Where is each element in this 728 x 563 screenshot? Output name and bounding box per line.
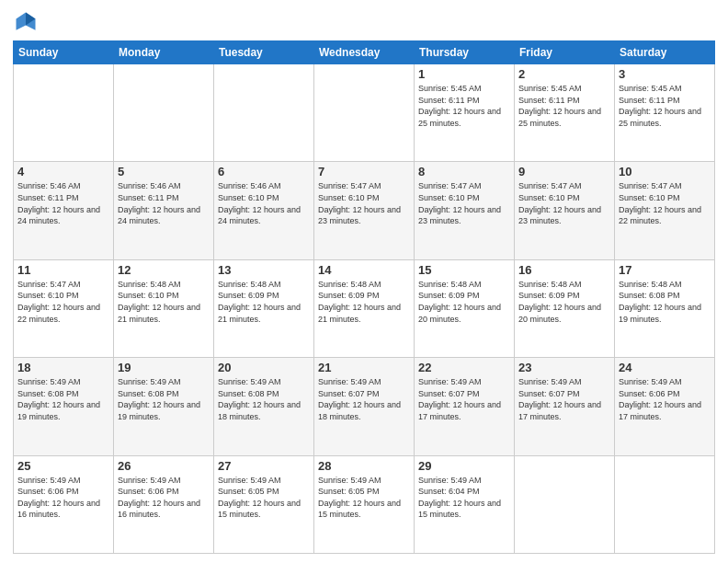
calendar-cell — [314, 64, 415, 162]
day-number: 8 — [418, 165, 510, 178]
calendar-cell: 17Sunrise: 5:48 AM Sunset: 6:08 PM Dayli… — [615, 259, 715, 357]
day-number: 5 — [118, 165, 210, 178]
day-info: Sunrise: 5:49 AM Sunset: 6:06 PM Dayligh… — [17, 475, 109, 521]
day-info: Sunrise: 5:49 AM Sunset: 6:08 PM Dayligh… — [118, 376, 210, 422]
day-info: Sunrise: 5:45 AM Sunset: 6:11 PM Dayligh… — [619, 83, 711, 129]
calendar-cell: 15Sunrise: 5:48 AM Sunset: 6:09 PM Dayli… — [415, 259, 515, 357]
day-info: Sunrise: 5:48 AM Sunset: 6:09 PM Dayligh… — [218, 279, 310, 325]
day-info: Sunrise: 5:48 AM Sunset: 6:08 PM Dayligh… — [619, 279, 711, 325]
week-row-5: 25Sunrise: 5:49 AM Sunset: 6:06 PM Dayli… — [14, 455, 715, 553]
calendar-cell: 20Sunrise: 5:49 AM Sunset: 6:08 PM Dayli… — [214, 358, 314, 455]
day-info: Sunrise: 5:49 AM Sunset: 6:07 PM Dayligh… — [418, 376, 510, 422]
day-number: 27 — [218, 459, 310, 473]
day-number: 2 — [518, 67, 610, 81]
week-row-2: 4Sunrise: 5:46 AM Sunset: 6:11 PM Daylig… — [14, 162, 715, 259]
day-info: Sunrise: 5:49 AM Sunset: 6:08 PM Dayligh… — [17, 376, 109, 422]
day-number: 18 — [17, 361, 109, 374]
weekday-header-saturday: Saturday — [615, 41, 715, 64]
calendar-cell: 12Sunrise: 5:48 AM Sunset: 6:10 PM Dayli… — [114, 259, 214, 357]
calendar-cell: 7Sunrise: 5:47 AM Sunset: 6:10 PM Daylig… — [314, 162, 415, 259]
calendar-cell: 23Sunrise: 5:49 AM Sunset: 6:07 PM Dayli… — [515, 358, 615, 455]
calendar-cell — [615, 455, 715, 553]
calendar-cell: 28Sunrise: 5:49 AM Sunset: 6:05 PM Dayli… — [314, 455, 415, 553]
calendar-cell: 8Sunrise: 5:47 AM Sunset: 6:10 PM Daylig… — [415, 162, 515, 259]
day-number: 7 — [318, 165, 410, 178]
day-info: Sunrise: 5:49 AM Sunset: 6:06 PM Dayligh… — [619, 376, 711, 422]
day-info: Sunrise: 5:45 AM Sunset: 6:11 PM Dayligh… — [518, 83, 610, 129]
calendar-cell: 22Sunrise: 5:49 AM Sunset: 6:07 PM Dayli… — [415, 358, 515, 455]
weekday-header-wednesday: Wednesday — [314, 41, 415, 64]
calendar-cell: 2Sunrise: 5:45 AM Sunset: 6:11 PM Daylig… — [515, 64, 615, 162]
calendar-cell: 9Sunrise: 5:47 AM Sunset: 6:10 PM Daylig… — [515, 162, 615, 259]
weekday-header-monday: Monday — [114, 41, 214, 64]
calendar-cell: 3Sunrise: 5:45 AM Sunset: 6:11 PM Daylig… — [615, 64, 715, 162]
calendar-cell: 4Sunrise: 5:46 AM Sunset: 6:11 PM Daylig… — [14, 162, 114, 259]
calendar-cell: 18Sunrise: 5:49 AM Sunset: 6:08 PM Dayli… — [14, 358, 114, 455]
day-number: 29 — [418, 459, 510, 473]
weekday-header-sunday: Sunday — [14, 41, 114, 64]
calendar-cell: 10Sunrise: 5:47 AM Sunset: 6:10 PM Dayli… — [615, 162, 715, 259]
week-row-3: 11Sunrise: 5:47 AM Sunset: 6:10 PM Dayli… — [14, 259, 715, 357]
day-info: Sunrise: 5:47 AM Sunset: 6:10 PM Dayligh… — [619, 180, 711, 226]
day-number: 9 — [518, 165, 610, 178]
calendar-cell: 16Sunrise: 5:48 AM Sunset: 6:09 PM Dayli… — [515, 259, 615, 357]
calendar-cell: 13Sunrise: 5:48 AM Sunset: 6:09 PM Dayli… — [214, 259, 314, 357]
day-info: Sunrise: 5:47 AM Sunset: 6:10 PM Dayligh… — [418, 180, 510, 226]
day-number: 6 — [218, 165, 310, 178]
calendar-cell: 29Sunrise: 5:49 AM Sunset: 6:04 PM Dayli… — [415, 455, 515, 553]
calendar-cell — [515, 455, 615, 553]
weekday-header-tuesday: Tuesday — [214, 41, 314, 64]
calendar-cell: 5Sunrise: 5:46 AM Sunset: 6:11 PM Daylig… — [114, 162, 214, 259]
header — [13, 9, 715, 35]
day-number: 12 — [118, 263, 210, 277]
day-info: Sunrise: 5:49 AM Sunset: 6:05 PM Dayligh… — [318, 475, 410, 521]
calendar-cell: 21Sunrise: 5:49 AM Sunset: 6:07 PM Dayli… — [314, 358, 415, 455]
weekday-header-row: SundayMondayTuesdayWednesdayThursdayFrid… — [14, 41, 715, 64]
calendar-cell: 26Sunrise: 5:49 AM Sunset: 6:06 PM Dayli… — [114, 455, 214, 553]
calendar-cell — [214, 64, 314, 162]
logo-icon — [13, 9, 39, 35]
day-number: 13 — [218, 263, 310, 277]
day-number: 3 — [619, 67, 711, 81]
day-number: 4 — [17, 165, 109, 178]
day-number: 21 — [318, 361, 410, 374]
day-info: Sunrise: 5:48 AM Sunset: 6:10 PM Dayligh… — [118, 279, 210, 325]
day-info: Sunrise: 5:48 AM Sunset: 6:09 PM Dayligh… — [518, 279, 610, 325]
calendar-cell — [114, 64, 214, 162]
day-number: 11 — [17, 263, 109, 277]
day-number: 25 — [17, 459, 109, 473]
day-info: Sunrise: 5:49 AM Sunset: 6:07 PM Dayligh… — [518, 376, 610, 422]
calendar-table: SundayMondayTuesdayWednesdayThursdayFrid… — [13, 40, 715, 554]
calendar-cell: 11Sunrise: 5:47 AM Sunset: 6:10 PM Dayli… — [14, 259, 114, 357]
calendar-cell: 25Sunrise: 5:49 AM Sunset: 6:06 PM Dayli… — [14, 455, 114, 553]
day-info: Sunrise: 5:48 AM Sunset: 6:09 PM Dayligh… — [418, 279, 510, 325]
day-info: Sunrise: 5:49 AM Sunset: 6:06 PM Dayligh… — [118, 475, 210, 521]
calendar-cell: 19Sunrise: 5:49 AM Sunset: 6:08 PM Dayli… — [114, 358, 214, 455]
logo — [13, 9, 42, 35]
day-info: Sunrise: 5:46 AM Sunset: 6:11 PM Dayligh… — [17, 180, 109, 226]
day-info: Sunrise: 5:49 AM Sunset: 6:04 PM Dayligh… — [418, 475, 510, 521]
day-number: 20 — [218, 361, 310, 374]
day-info: Sunrise: 5:46 AM Sunset: 6:11 PM Dayligh… — [118, 180, 210, 226]
day-number: 19 — [118, 361, 210, 374]
day-number: 24 — [619, 361, 711, 374]
weekday-header-thursday: Thursday — [415, 41, 515, 64]
day-info: Sunrise: 5:49 AM Sunset: 6:07 PM Dayligh… — [318, 376, 410, 422]
day-number: 22 — [418, 361, 510, 374]
calendar-cell: 24Sunrise: 5:49 AM Sunset: 6:06 PM Dayli… — [615, 358, 715, 455]
day-info: Sunrise: 5:49 AM Sunset: 6:05 PM Dayligh… — [218, 475, 310, 521]
weekday-header-friday: Friday — [515, 41, 615, 64]
day-info: Sunrise: 5:47 AM Sunset: 6:10 PM Dayligh… — [318, 180, 410, 226]
day-info: Sunrise: 5:45 AM Sunset: 6:11 PM Dayligh… — [418, 83, 510, 129]
day-info: Sunrise: 5:49 AM Sunset: 6:08 PM Dayligh… — [218, 376, 310, 422]
calendar-cell: 14Sunrise: 5:48 AM Sunset: 6:09 PM Dayli… — [314, 259, 415, 357]
day-info: Sunrise: 5:46 AM Sunset: 6:10 PM Dayligh… — [218, 180, 310, 226]
day-number: 23 — [518, 361, 610, 374]
calendar-cell: 6Sunrise: 5:46 AM Sunset: 6:10 PM Daylig… — [214, 162, 314, 259]
week-row-4: 18Sunrise: 5:49 AM Sunset: 6:08 PM Dayli… — [14, 358, 715, 455]
day-number: 28 — [318, 459, 410, 473]
calendar-cell — [14, 64, 114, 162]
day-info: Sunrise: 5:48 AM Sunset: 6:09 PM Dayligh… — [318, 279, 410, 325]
day-info: Sunrise: 5:47 AM Sunset: 6:10 PM Dayligh… — [17, 279, 109, 325]
day-info: Sunrise: 5:47 AM Sunset: 6:10 PM Dayligh… — [518, 180, 610, 226]
